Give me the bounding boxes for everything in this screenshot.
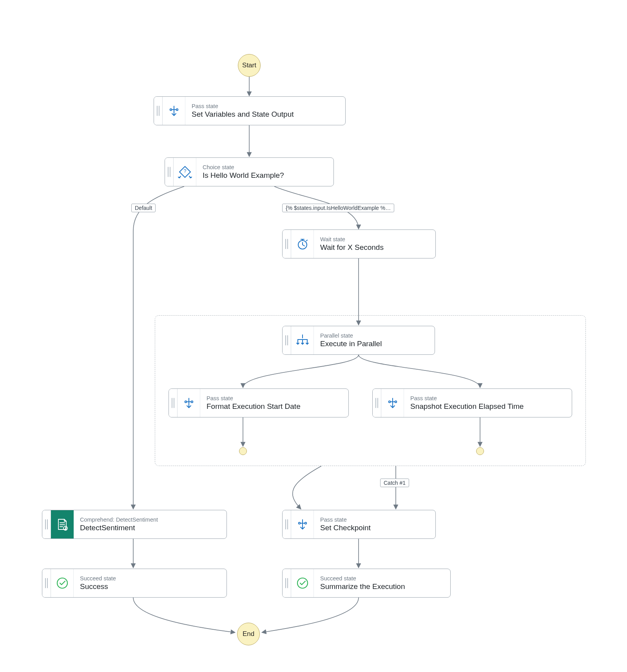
edge-label-default: Default <box>131 204 156 212</box>
svg-point-7 <box>395 401 396 403</box>
node-branch-format-start-date[interactable]: Pass state Format Execution Start Date <box>169 388 349 417</box>
svg-point-10 <box>298 522 300 524</box>
node-type: Pass state <box>207 395 342 402</box>
node-type: Comprehend: DetectSentiment <box>80 516 220 523</box>
node-type: Succeed state <box>80 575 220 582</box>
drag-handle[interactable] <box>42 510 51 538</box>
node-type: Choice state <box>203 164 327 171</box>
node-wait[interactable]: Wait state Wait for X Seconds <box>282 229 436 258</box>
branch-terminal-a <box>239 447 247 455</box>
pass-icon <box>178 389 200 417</box>
wait-icon <box>291 230 314 258</box>
node-choice[interactable]: ? Choice state Is Hello World Example? <box>165 157 334 186</box>
node-set-variables[interactable]: Pass state Set Variables and State Outpu… <box>154 96 346 125</box>
start-terminal[interactable]: Start <box>238 54 261 77</box>
node-type: Pass state <box>410 395 565 402</box>
drag-handle[interactable] <box>283 230 291 258</box>
node-title: Snapshot Execution Elapsed Time <box>410 402 565 412</box>
edge-label-choice-true: {% $states.input.IsHelloWorldExample %… <box>282 204 394 212</box>
start-label: Start <box>242 61 256 69</box>
node-title: Execute in Parallel <box>320 339 428 349</box>
edge-label-catch1: Catch #1 <box>380 479 409 487</box>
node-title: Success <box>80 582 220 592</box>
node-type: Pass state <box>192 103 339 110</box>
parallel-icon <box>291 326 314 354</box>
pass-icon <box>381 389 404 417</box>
svg-point-6 <box>388 401 390 403</box>
drag-handle[interactable] <box>283 569 291 597</box>
end-label: End <box>243 630 254 638</box>
workflow-canvas[interactable]: Start Pass state Set Variables and State… <box>0 0 627 672</box>
drag-handle[interactable] <box>373 389 381 417</box>
node-title: Summarize the Execution <box>320 582 444 592</box>
node-set-checkpoint[interactable]: Pass state Set Checkpoint <box>282 510 436 539</box>
drag-handle[interactable] <box>283 326 291 354</box>
node-title: Set Checkpoint <box>320 523 429 533</box>
node-type: Parallel state <box>320 332 428 339</box>
choice-icon: ? <box>174 158 196 186</box>
node-title: Set Variables and State Output <box>192 110 339 119</box>
node-parallel[interactable]: Parallel state Execute in Parallel <box>282 326 435 355</box>
svg-point-0 <box>170 109 171 110</box>
drag-handle[interactable] <box>154 97 163 125</box>
svg-point-13 <box>297 578 308 588</box>
node-type: Succeed state <box>320 575 444 582</box>
pass-icon <box>163 97 185 125</box>
node-type: Pass state <box>320 516 429 523</box>
svg-text:?: ? <box>183 168 186 174</box>
node-branch-snapshot-elapsed[interactable]: Pass state Snapshot Execution Elapsed Ti… <box>372 388 572 417</box>
node-summarize[interactable]: Succeed state Summarize the Execution <box>282 569 451 598</box>
svg-point-9 <box>65 529 66 529</box>
end-terminal[interactable]: End <box>237 623 260 645</box>
node-type: Wait state <box>320 236 429 243</box>
drag-handle[interactable] <box>165 158 174 186</box>
branch-terminal-b <box>476 447 484 455</box>
drag-handle[interactable] <box>283 510 291 538</box>
svg-point-12 <box>57 578 67 588</box>
node-title: Is Hello World Example? <box>203 171 327 181</box>
node-title: Format Execution Start Date <box>207 402 342 412</box>
succeed-icon <box>291 569 314 597</box>
svg-point-4 <box>185 401 186 403</box>
node-detect-sentiment[interactable]: Comprehend: DetectSentiment DetectSentim… <box>42 510 227 539</box>
node-title: Wait for X Seconds <box>320 243 429 253</box>
svg-point-1 <box>176 109 178 110</box>
pass-icon <box>291 510 314 538</box>
drag-handle[interactable] <box>42 569 51 597</box>
drag-handle[interactable] <box>169 389 178 417</box>
node-title: DetectSentiment <box>80 523 220 533</box>
node-success[interactable]: Succeed state Success <box>42 569 227 598</box>
succeed-icon <box>51 569 74 597</box>
comprehend-icon <box>51 510 74 538</box>
svg-point-11 <box>304 522 306 524</box>
svg-point-5 <box>191 401 192 403</box>
